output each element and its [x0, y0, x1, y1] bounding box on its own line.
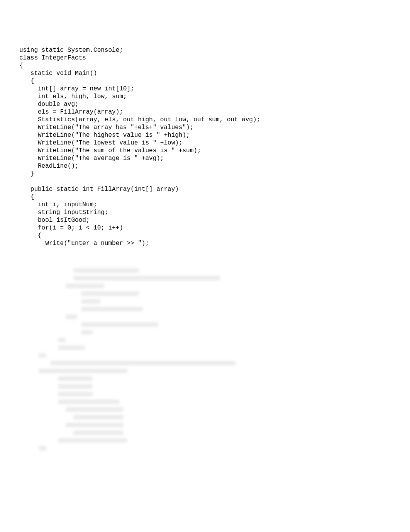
blurred-line [81, 322, 158, 327]
code-line: bool isItGood; [19, 216, 391, 224]
code-line: WriteLine("The average is " +avg); [19, 155, 391, 162]
code-line: class IntegerFacts [19, 54, 391, 62]
code-line [19, 178, 391, 185]
code-line: WriteLine("The highest value is " +high)… [19, 131, 391, 139]
code-line: ReadLine(); [19, 162, 391, 170]
code-line: { [19, 193, 391, 201]
blurred-line [66, 284, 104, 288]
blurred-line [81, 307, 143, 311]
code-line: Statistics(array, els, out high, out low… [19, 116, 391, 124]
code-line: static void Main() [19, 70, 391, 77]
blurred-line [81, 330, 93, 335]
code-line: { [19, 232, 391, 240]
code-line: int i, inputNum; [19, 201, 391, 209]
code-line: using static System.Console; [19, 46, 391, 54]
code-line: WriteLine("The lowest value is " +low); [19, 139, 391, 147]
code-line: public static int FillArray(int[] array) [19, 185, 391, 193]
blurred-line [50, 361, 235, 365]
code-line: string inputString; [19, 209, 391, 216]
blurred-line [58, 399, 120, 404]
code-line: for(i = 0; i < 10; i++) [19, 224, 391, 232]
code-line: { [19, 77, 391, 85]
code-line: int els, high, low, sum; [19, 93, 391, 100]
blurred-line [81, 291, 139, 296]
blurred-line [58, 392, 93, 396]
code-line: int[] array = new int[10]; [19, 85, 391, 93]
code-line: } [19, 170, 391, 178]
blurred-line [73, 276, 220, 280]
blurred-line [58, 338, 66, 342]
code-line: Write("Enter a number >> "); [19, 240, 391, 247]
blurred-line [73, 268, 139, 273]
blurred-line [73, 430, 124, 435]
code-block: using static System.Console;class Intege… [19, 46, 391, 247]
blurred-line [81, 299, 100, 304]
blurred-line [39, 353, 46, 358]
blurred-line [66, 407, 124, 412]
blurred-line [39, 446, 46, 450]
blurred-line [58, 345, 85, 350]
blurred-line [73, 415, 124, 420]
blurred-content-region [19, 263, 391, 450]
code-line: double avg; [19, 100, 391, 108]
blurred-line [66, 314, 77, 319]
blurred-line [39, 369, 127, 373]
code-line: { [19, 62, 391, 70]
code-line: WriteLine("The sum of the values is " +s… [19, 147, 391, 155]
code-line: WriteLine("The array has "+els+" values"… [19, 124, 391, 131]
blurred-line [58, 376, 93, 381]
blurred-line [66, 423, 124, 427]
code-line: els = FillArray(array); [19, 108, 391, 116]
document-page: using static System.Console;class Intege… [0, 0, 410, 477]
blurred-line [58, 438, 127, 443]
blurred-line [58, 384, 93, 389]
